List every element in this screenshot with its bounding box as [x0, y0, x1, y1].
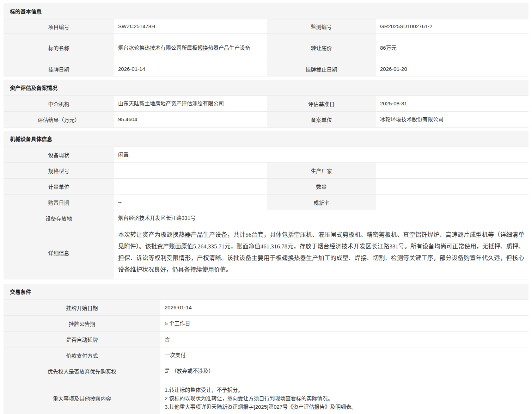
row-label-quantity: 数量 — [267, 179, 376, 194]
row-label-assessment-result: 评估结果（万元） — [4, 112, 114, 127]
table-row: 规格型号 生产厂家 — [4, 163, 528, 179]
table-row: 详细信息 本次转让资产为板翅换热器产品生产设备，共计56台套，具体包括空压机、液… — [4, 226, 528, 279]
row-value-listing-date: 2026-01-14 — [114, 62, 267, 76]
row-label-detail-info: 详细信息 — [4, 226, 114, 279]
row-label-announcement-period: 挂牌公告期 — [4, 316, 160, 331]
table-row: 计量单位 数量 — [4, 179, 528, 194]
row-value-project-number: SWZC251478H — [114, 19, 267, 33]
row-value-quantity — [376, 179, 528, 194]
row-label-unit: 计量单位 — [4, 179, 114, 194]
row-value-listing-start-date: 2026-01-14 — [160, 300, 528, 315]
table-row: 设备现状 闲置 — [4, 147, 528, 163]
row-value-assessment-base-date: 2025-08-31 — [376, 96, 528, 111]
row-label-preemptive-right-waiver: 优先权人是否放弃优先购买权 — [4, 363, 160, 379]
table-row: 设备存放地 烟台经济技术开发区长江路331号 — [4, 210, 528, 226]
row-label-major-disclosure: 重大事项及其他披露内容 — [4, 379, 160, 414]
section-conditions: 交易条件 挂牌开始日期 2026-01-14 挂牌公告期 5 个工作日 是否自动… — [4, 284, 528, 414]
table-row: 评估结果（万元） 95.4604 备案单位 冰轮环境技术股份有限公司 — [4, 112, 528, 128]
table-row: 优先权人是否放弃优先购买权 是 （放弃或不涉及） — [4, 363, 528, 379]
row-label-purchase-date: 购置日期 — [4, 194, 114, 210]
row-label-filing-unit: 备案单位 — [267, 112, 376, 127]
table-row: 价款支付方式 一次支付 — [4, 347, 528, 363]
table-row: 购置日期 -- 成新率 — [4, 194, 528, 210]
section-title-assessment: 资产评估及备案情况 — [4, 80, 528, 96]
row-label-manufacturer: 生产厂家 — [267, 163, 376, 178]
row-value-filing-unit: 冰轮环境技术股份有限公司 — [376, 112, 528, 127]
section-title-conditions: 交易条件 — [4, 284, 528, 300]
row-value-auto-extension: 否 — [160, 332, 528, 347]
disclosure-line-3: 3.其他重大事项详见天陆新资评烟报字[2025]第027号《资产评估报告》及明细… — [165, 403, 356, 411]
row-value-equipment-status: 闲置 — [114, 147, 528, 162]
table-row: 挂牌开始日期 2026-01-14 — [4, 300, 528, 316]
row-label-auto-extension: 是否自动延牌 — [4, 332, 160, 347]
row-label-agency: 中介机构 — [4, 96, 114, 111]
row-value-announcement-period: 5 个工作日 — [160, 316, 528, 331]
section-title-basic-info: 标的基本信息 — [4, 3, 528, 19]
table-row: 挂牌日期 2026-01-14 挂牌截止日期 2026-01-20 — [4, 62, 528, 76]
row-value-assessment-result: 95.4604 — [114, 112, 267, 127]
row-value-subject-name: 烟台冰轮换热技术有限公司所属板翅换热器产品生产设备 — [114, 34, 267, 62]
table-row: 是否自动延牌 否 — [4, 332, 528, 347]
row-value-detail-info: 本次转让资产为板翅换热器产品生产设备，共计56台套，具体包括空压机、液压闸式剪板… — [114, 226, 528, 279]
row-value-listing-deadline: 2026-01-20 — [376, 62, 528, 76]
row-label-monitor-number: 监测编号 — [267, 19, 376, 33]
row-label-listing-start-date: 挂牌开始日期 — [4, 300, 160, 315]
row-label-listing-deadline: 挂牌截止日期 — [267, 62, 376, 76]
row-value-preemptive-right-waiver: 是 （放弃或不涉及） — [160, 363, 528, 379]
row-label-newness-rate: 成新率 — [267, 194, 376, 210]
table-row: 项目编号 SWZC251478H 监测编号 GR2025SD1002761-2 — [4, 19, 528, 34]
table-row: 重大事项及其他披露内容 1.转让标的整体受让，不予拆分。 2.该标的以现状为准转… — [4, 379, 528, 414]
row-value-payment-method: 一次支付 — [160, 347, 528, 363]
section-title-equipment: 机械设备具体信息 — [4, 131, 528, 147]
row-label-assessment-base-date: 评估基准日 — [267, 96, 376, 111]
table-row: 挂牌公告期 5 个工作日 — [4, 316, 528, 332]
row-label-equipment-status: 设备现状 — [4, 147, 114, 162]
row-value-floor-price: 86万元 — [376, 34, 528, 62]
table-row: 中介机构 山东天陆新土地房地产资产评估测绘有限公司 评估基准日 2025-08-… — [4, 96, 528, 112]
row-value-agency: 山东天陆新土地房地产资产评估测绘有限公司 — [114, 96, 267, 111]
row-value-spec-model — [114, 163, 267, 178]
row-label-subject-name: 标的名称 — [4, 34, 114, 62]
disclosure-line-2: 2.该标的以现状为准转让，意向受让方须自行到现场查看标的实际情况。 — [165, 394, 356, 403]
disclosure-line-1: 1.转让标的整体受让，不予拆分。 — [165, 386, 356, 394]
row-value-manufacturer — [376, 163, 528, 178]
row-value-unit — [114, 179, 267, 194]
section-assessment: 资产评估及备案情况 中介机构 山东天陆新土地房地产资产评估测绘有限公司 评估基准… — [4, 80, 528, 128]
row-label-payment-method: 价款支付方式 — [4, 347, 160, 363]
row-value-major-disclosure: 1.转让标的整体受让，不予拆分。 2.该标的以现状为准转让，意向受让方须自行到现… — [160, 379, 528, 414]
table-row: 标的名称 烟台冰轮换热技术有限公司所属板翅换热器产品生产设备 转让底价 86万元 — [4, 34, 528, 62]
row-value-newness-rate — [376, 194, 528, 210]
row-value-monitor-number: GR2025SD1002761-2 — [376, 19, 528, 33]
row-label-project-number: 项目编号 — [4, 19, 114, 33]
row-label-spec-model: 规格型号 — [4, 163, 114, 178]
row-value-purchase-date: -- — [114, 194, 267, 210]
section-equipment: 机械设备具体信息 设备现状 闲置 规格型号 生产厂家 计量单位 数量 购置日期 … — [4, 131, 528, 279]
row-value-storage-location: 烟台经济技术开发区长江路331号 — [114, 210, 528, 226]
section-basic-info: 标的基本信息 项目编号 SWZC251478H 监测编号 GR2025SD100… — [4, 3, 528, 76]
row-label-listing-date: 挂牌日期 — [4, 62, 114, 76]
row-label-storage-location: 设备存放地 — [4, 210, 114, 226]
row-label-floor-price: 转让底价 — [267, 34, 376, 62]
